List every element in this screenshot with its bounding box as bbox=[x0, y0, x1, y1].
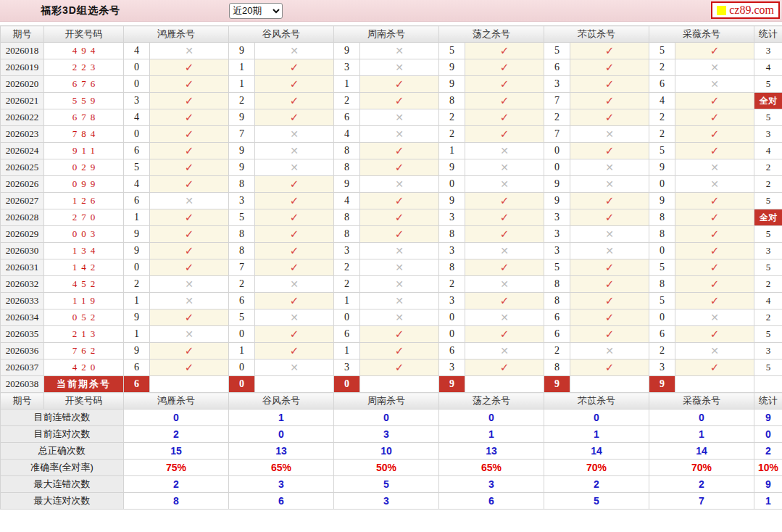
summary-value-cell: 13 bbox=[229, 443, 334, 460]
kill-digit-cell: 2 bbox=[229, 276, 255, 293]
check-icon: ✓ bbox=[395, 328, 404, 340]
kill-digit-cell: 8 bbox=[229, 176, 255, 193]
range-select[interactable]: 近20期 bbox=[229, 3, 283, 19]
mark-cell: ✓ bbox=[570, 59, 649, 76]
kill-digit-cell: 2 bbox=[229, 93, 255, 109]
table-row: 20260249116✓9✕8✓1✕0✓5✓4 bbox=[1, 143, 782, 159]
mark-cell: ✓ bbox=[465, 126, 544, 143]
mark-cell: ✓ bbox=[255, 293, 334, 309]
check-icon: ✓ bbox=[290, 294, 299, 307]
kill-digit-cell: 6 bbox=[439, 343, 465, 359]
summary-stat-cell: 2 bbox=[754, 443, 782, 460]
current-kill-digit-cell: 6 bbox=[124, 376, 150, 393]
mark-cell: ✕ bbox=[465, 243, 544, 259]
mark-cell: ✓ bbox=[360, 209, 439, 226]
kill-digit-cell: 9 bbox=[439, 76, 465, 93]
check-icon: ✓ bbox=[605, 211, 615, 223]
site-logo[interactable]: cz89.com bbox=[711, 1, 780, 19]
table-row: 20260340529✓5✕0✕0✕6✓0✕2 bbox=[1, 309, 782, 326]
kill-digit-cell: 2 bbox=[439, 126, 465, 143]
summary-value-cell: 0 bbox=[334, 410, 439, 426]
kill-digit-cell: 6 bbox=[544, 309, 570, 326]
summary-value-cell: 1 bbox=[229, 410, 334, 426]
check-icon: ✓ bbox=[500, 44, 509, 57]
mark-cell: ✓ bbox=[150, 226, 229, 243]
stat-count-cell: 5 bbox=[754, 193, 782, 209]
current-kill-digit-cell: 0 bbox=[334, 376, 360, 393]
kill-digit-cell: 0 bbox=[124, 59, 150, 76]
draw-numbers-cell: 676 bbox=[44, 76, 124, 93]
cross-icon: ✕ bbox=[710, 312, 719, 323]
mark-cell: ✓ bbox=[675, 243, 754, 259]
kill-digit-cell: 9 bbox=[439, 159, 465, 176]
mark-cell: ✓ bbox=[675, 209, 754, 226]
all-correct-badge: 全对 bbox=[754, 93, 782, 109]
table-row: 20260282701✓5✓8✓3✓3✓8✓全对 bbox=[1, 209, 782, 226]
mark-cell: ✕ bbox=[360, 309, 439, 326]
kill-digit-cell: 9 bbox=[544, 176, 570, 193]
mark-cell: ✓ bbox=[150, 243, 229, 259]
mark-cell: ✓ bbox=[150, 143, 229, 159]
mark-cell: ✓ bbox=[570, 259, 649, 276]
kill-digit-cell: 5 bbox=[544, 43, 570, 59]
kill-digit-cell: 8 bbox=[439, 226, 465, 243]
period-cell: 2026033 bbox=[1, 293, 44, 309]
mark-cell: ✕ bbox=[150, 43, 229, 59]
kill-digit-cell: 4 bbox=[124, 109, 150, 126]
stat-count-cell: 5 bbox=[754, 259, 782, 276]
check-icon: ✓ bbox=[185, 361, 194, 373]
kill-digit-cell: 6 bbox=[649, 76, 675, 93]
mark-cell: ✓ bbox=[675, 143, 754, 159]
summary-label-cell: 目前连对次数 bbox=[1, 426, 124, 443]
mark-cell: ✓ bbox=[360, 226, 439, 243]
summary-value-cell: 3 bbox=[439, 476, 544, 493]
mark-cell: ✕ bbox=[675, 159, 754, 176]
check-icon: ✓ bbox=[290, 78, 299, 90]
draw-numbers-cell: 452 bbox=[44, 276, 124, 293]
current-kill-digit-cell: 9 bbox=[544, 376, 570, 393]
mark-cell: ✓ bbox=[570, 309, 649, 326]
kill-digit-cell: 8 bbox=[229, 226, 255, 243]
cross-icon: ✕ bbox=[395, 245, 404, 257]
mark-cell: ✕ bbox=[465, 176, 544, 193]
kill-digit-cell: 2 bbox=[124, 276, 150, 293]
cross-icon: ✕ bbox=[290, 145, 299, 157]
summary-value-cell: 70% bbox=[544, 460, 649, 476]
check-icon: ✓ bbox=[185, 94, 194, 107]
current-period-row: 2026038当前期杀号600999 bbox=[1, 376, 782, 393]
summary-value-cell: 15 bbox=[124, 443, 229, 460]
summary-row: 最大连错次数2353229 bbox=[1, 476, 782, 493]
kill-digit-cell: 5 bbox=[229, 209, 255, 226]
check-icon: ✓ bbox=[185, 161, 194, 173]
draw-numbers-cell: 142 bbox=[44, 259, 124, 276]
cross-icon: ✕ bbox=[710, 345, 719, 357]
kill-digit-cell: 8 bbox=[544, 359, 570, 376]
check-icon: ✓ bbox=[185, 144, 194, 157]
draw-numbers-cell: 134 bbox=[44, 243, 124, 259]
kill-digit-cell: 1 bbox=[439, 143, 465, 159]
mark-cell: ✓ bbox=[255, 76, 334, 93]
mark-cell: ✓ bbox=[570, 193, 649, 209]
kill-digit-cell: 9 bbox=[124, 309, 150, 326]
check-icon: ✓ bbox=[500, 294, 509, 307]
cross-icon: ✕ bbox=[395, 45, 404, 57]
draw-numbers-cell: 052 bbox=[44, 309, 124, 326]
column-header-expert-2: 周南杀号 bbox=[334, 26, 439, 43]
mark-cell: ✓ bbox=[150, 209, 229, 226]
check-icon: ✓ bbox=[290, 228, 299, 240]
kill-digit-cell: 9 bbox=[229, 43, 255, 59]
column-header-period: 期号 bbox=[1, 26, 44, 43]
mark-cell: ✓ bbox=[360, 143, 439, 159]
kill-digit-cell: 2 bbox=[544, 109, 570, 126]
cross-icon: ✕ bbox=[395, 112, 404, 123]
cross-icon: ✕ bbox=[395, 278, 404, 290]
mark-cell: ✓ bbox=[150, 259, 229, 276]
kill-digit-cell: 4 bbox=[124, 43, 150, 59]
kill-digit-cell: 1 bbox=[229, 343, 255, 359]
cross-icon: ✕ bbox=[290, 128, 299, 140]
mark-cell: ✕ bbox=[465, 309, 544, 326]
kill-digit-cell: 0 bbox=[124, 259, 150, 276]
column-header-expert-3: 荡之杀号 bbox=[439, 26, 544, 43]
mark-cell: ✓ bbox=[465, 293, 544, 309]
kill-digit-cell: 2 bbox=[334, 276, 360, 293]
